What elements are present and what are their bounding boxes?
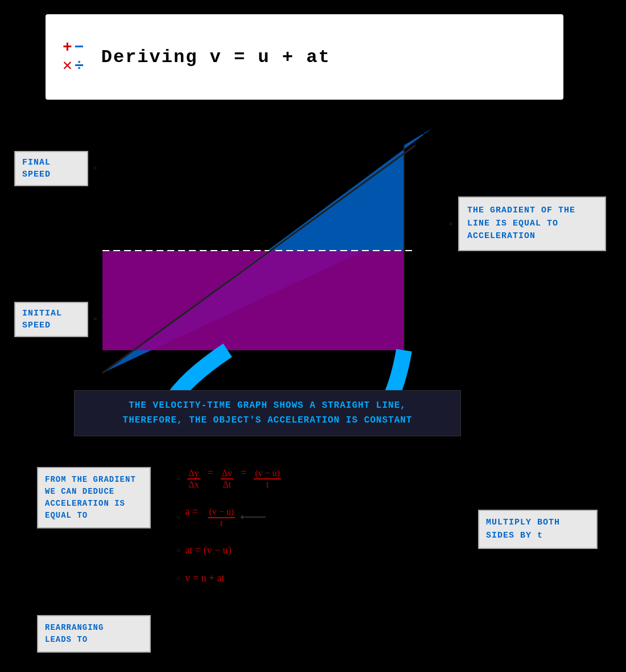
multiply-box: MULTIPLY BOTHSIDES BY t: [478, 510, 598, 549]
plus-symbol: +: [63, 40, 72, 56]
initial-speed-callout: INITIALSPEED: [14, 302, 88, 337]
svg-line-6: [421, 128, 427, 140]
header-box: + − ✕ ÷ Deriving v = u + at: [46, 14, 563, 100]
svg-marker-11: [240, 515, 243, 519]
times-symbol: ✕: [63, 58, 72, 74]
gradient-box: THE GRADIENT OF THE LINE IS EQUAL TO ACC…: [458, 196, 606, 251]
graph-svg: [28, 111, 472, 413]
div-symbol: ÷: [75, 58, 84, 74]
final-speed-callout: FINALSPEED: [14, 151, 88, 186]
formula-line-3: ○ at = (v − u): [176, 544, 404, 556]
formula-line-2: ○ a = (v − u)t: [176, 506, 404, 528]
minus-symbol: −: [75, 40, 84, 56]
math-symbols: + − ✕ ÷: [63, 40, 84, 74]
formula-line-4: ○ v = u + at: [176, 572, 404, 584]
rearrange-callout: REARRANGINGLEADS TO: [37, 615, 151, 653]
bottom-note: THE VELOCITY-TIME GRAPH SHOWS A STRAIGHT…: [74, 390, 461, 436]
svg-line-5: [401, 128, 421, 142]
gradient-callout: FROM THE GRADIENT WE CAN DEDUCE ACCELERA…: [37, 467, 151, 528]
formulas-area: ○ ΔyΔx = ΔvΔt = (v − u)t ○ a = (v − u)t …: [176, 467, 404, 600]
header-title: Deriving v = u + at: [101, 47, 331, 68]
formula-line-1: ○ ΔyΔx = ΔvΔt = (v − u)t: [176, 467, 404, 490]
svg-rect-1: [102, 251, 404, 350]
